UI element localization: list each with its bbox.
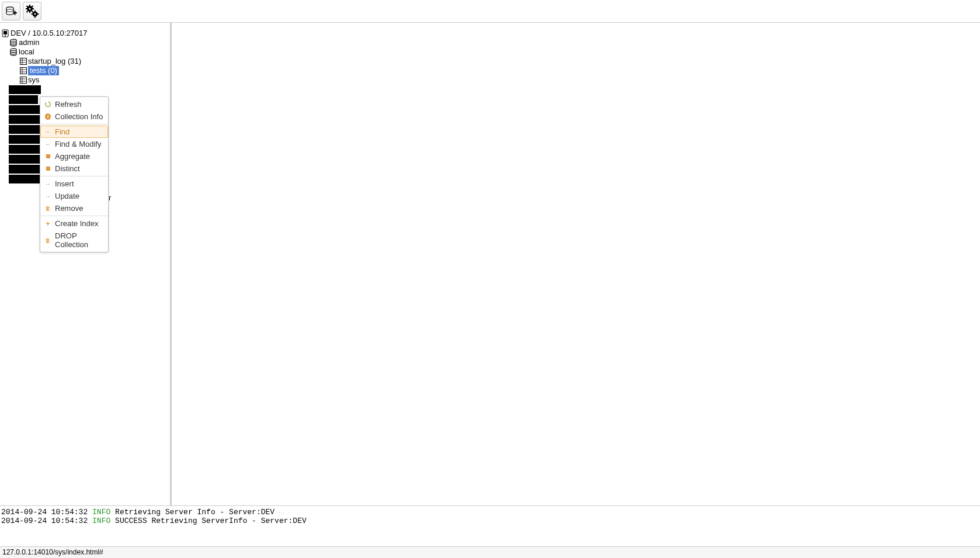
redacted-tree-item[interactable] xyxy=(9,175,41,183)
tree-server-label: DEV / 10.0.5.10:27017 xyxy=(11,29,88,39)
collection-startup-log-label: startup_log (31) xyxy=(28,57,81,67)
arrow-right-icon: → xyxy=(45,193,51,199)
tree-db-local-label: local xyxy=(19,47,34,57)
menu-item-refresh[interactable]: Refresh xyxy=(40,98,108,110)
svg-rect-8 xyxy=(26,8,27,9)
menu-item-collection-info[interactable]: i Collection Info xyxy=(40,110,108,123)
svg-rect-19 xyxy=(37,13,39,15)
log-line: 2014-09-24 10:54:32 INFO SUCCESS Retriev… xyxy=(1,517,979,526)
svg-rect-9 xyxy=(32,8,34,9)
status-text: 127.0.0.1:14010/sys/index.html# xyxy=(2,548,103,556)
content-area xyxy=(172,23,980,505)
tree-collection-sys[interactable]: sys xyxy=(0,75,170,85)
log-time: 2014-09-24 10:54:32 xyxy=(1,517,88,525)
toolbar xyxy=(0,0,980,23)
svg-rect-6 xyxy=(29,5,30,6)
database-icon xyxy=(9,39,18,47)
redacted-tree-item[interactable] xyxy=(9,135,41,144)
menu-aggregate-label: Aggregate xyxy=(55,152,90,161)
add-connection-button[interactable] xyxy=(2,2,20,20)
menu-item-find[interactable]: ← Find xyxy=(40,126,108,138)
svg-rect-33 xyxy=(20,68,27,74)
menu-insert-label: Insert xyxy=(55,179,74,188)
sidebar-tree: DEV / 10.0.5.10:27017 admin local xyxy=(0,23,172,505)
disk-icon xyxy=(1,29,9,37)
menu-item-remove[interactable]: 🗑 Remove xyxy=(40,202,108,214)
redacted-tree-item[interactable] xyxy=(9,85,41,94)
menu-remove-label: Remove xyxy=(55,204,83,213)
menu-item-insert[interactable]: → Insert xyxy=(40,178,108,190)
tree-db-admin-label: admin xyxy=(19,38,39,48)
menu-item-find-modify[interactable]: ← Find & Modify xyxy=(40,138,108,150)
trash-icon: 🗑 xyxy=(45,206,51,212)
collection-icon xyxy=(20,67,27,74)
svg-point-22 xyxy=(5,35,6,36)
menu-refresh-label: Refresh xyxy=(55,100,82,109)
svg-point-5 xyxy=(29,8,30,9)
log-line: 2014-09-24 10:54:32 INFO Retrieving Serv… xyxy=(1,508,979,517)
redacted-tree-item[interactable] xyxy=(9,155,41,164)
redacted-tree-item[interactable] xyxy=(9,95,38,104)
menu-find-modify-label: Find & Modify xyxy=(55,140,101,148)
refresh-icon xyxy=(45,102,51,108)
collection-context-menu: Refresh i Collection Info ← Find ← Find … xyxy=(40,96,109,252)
collection-icon xyxy=(20,77,27,84)
svg-rect-3 xyxy=(15,11,16,15)
tree-server-node[interactable]: DEV / 10.0.5.10:27017 xyxy=(0,29,170,38)
database-icon xyxy=(9,48,18,56)
tree-collection-startup-log[interactable]: startup_log (31) xyxy=(0,57,170,66)
svg-rect-21 xyxy=(4,31,7,34)
svg-rect-16 xyxy=(34,11,36,12)
redacted-tree-item[interactable] xyxy=(9,145,41,154)
square-icon xyxy=(45,154,51,160)
log-message: Retrieving Server Info - Server:DEV xyxy=(115,508,274,517)
arrow-left-icon: ← xyxy=(45,141,51,147)
svg-rect-7 xyxy=(29,11,30,13)
square-icon xyxy=(45,166,51,172)
tree-db-admin[interactable]: admin xyxy=(0,38,170,47)
log-level: INFO xyxy=(92,508,110,517)
arrow-right-icon: → xyxy=(45,181,51,187)
partial-visible-char: r xyxy=(109,193,111,202)
menu-find-label: Find xyxy=(55,127,69,136)
trash-icon: 🗑 xyxy=(45,237,51,243)
menu-item-update[interactable]: → Update xyxy=(40,190,108,202)
redacted-tree-item[interactable] xyxy=(9,115,40,124)
log-message: SUCCESS Retrieving ServerInfo - Server:D… xyxy=(115,517,307,525)
tree-db-local[interactable]: local xyxy=(0,47,170,57)
info-icon: i xyxy=(45,114,51,120)
menu-distinct-label: Distinct xyxy=(55,164,80,173)
log-panel: 2014-09-24 10:54:32 INFO Retrieving Serv… xyxy=(0,505,980,546)
svg-point-15 xyxy=(34,13,36,15)
add-connection-icon xyxy=(5,5,18,18)
collection-selected-label: tests (0) xyxy=(28,66,59,76)
menu-item-aggregate[interactable]: Aggregate xyxy=(40,150,108,162)
menu-update-label: Update xyxy=(55,192,79,200)
status-bar: 127.0.0.1:14010/sys/index.html# xyxy=(0,546,980,558)
log-level: INFO xyxy=(92,517,110,525)
menu-collection-info-label: Collection Info xyxy=(55,112,103,121)
redacted-tree-item[interactable] xyxy=(9,105,40,114)
svg-rect-17 xyxy=(34,16,36,18)
menu-create-index-label: Create Index xyxy=(55,219,98,228)
tree-collection-selected[interactable]: tests (0) xyxy=(0,66,170,75)
svg-rect-29 xyxy=(20,58,27,65)
collection-icon xyxy=(20,58,27,65)
plus-icon: + xyxy=(45,221,51,227)
menu-item-drop-collection[interactable]: 🗑 DROP Collection xyxy=(40,230,108,251)
log-time: 2014-09-24 10:54:32 xyxy=(1,508,88,517)
settings-button[interactable] xyxy=(23,2,41,20)
menu-item-distinct[interactable]: Distinct xyxy=(40,162,108,175)
svg-rect-37 xyxy=(20,77,27,84)
svg-rect-18 xyxy=(32,13,33,15)
menu-item-create-index[interactable]: + Create Index xyxy=(40,217,108,230)
arrow-left-icon: ← xyxy=(45,129,51,135)
collection-sys-label: sys xyxy=(28,75,40,85)
redacted-tree-item[interactable] xyxy=(9,125,41,134)
menu-drop-collection-label: DROP Collection xyxy=(55,231,103,249)
gears-icon xyxy=(25,4,39,18)
redacted-tree-item[interactable] xyxy=(9,165,41,174)
